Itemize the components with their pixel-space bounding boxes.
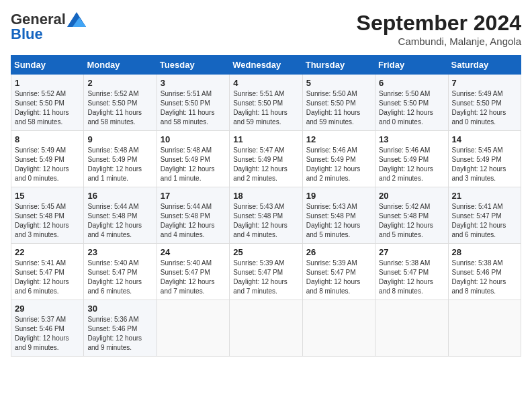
month-year-title: September 2024 xyxy=(357,11,521,36)
day-number: 11 xyxy=(233,134,298,144)
calendar-cell: 3 Sunrise: 5:51 AM Sunset: 5:50 PM Dayli… xyxy=(157,75,229,131)
day-info: Sunrise: 5:36 AM Sunset: 5:46 PM Dayligh… xyxy=(87,315,152,353)
calendar-cell: 14 Sunrise: 5:45 AM Sunset: 5:49 PM Dayl… xyxy=(448,131,521,187)
day-info: Sunrise: 5:51 AM Sunset: 5:50 PM Dayligh… xyxy=(233,89,298,127)
day-info: Sunrise: 5:40 AM Sunset: 5:47 PM Dayligh… xyxy=(161,259,226,296)
calendar-cell: 7 Sunrise: 5:49 AM Sunset: 5:50 PM Dayli… xyxy=(448,75,521,131)
calendar-cell: 4 Sunrise: 5:51 AM Sunset: 5:50 PM Dayli… xyxy=(230,75,302,131)
calendar-cell: 27 Sunrise: 5:38 AM Sunset: 5:47 PM Dayl… xyxy=(375,244,448,300)
day-info: Sunrise: 5:45 AM Sunset: 5:48 PM Dayligh… xyxy=(15,202,80,240)
day-info: Sunrise: 5:46 AM Sunset: 5:49 PM Dayligh… xyxy=(306,146,371,183)
col-saturday: Saturday xyxy=(448,56,521,75)
day-number: 17 xyxy=(161,191,226,201)
page-header: General Blue September 2024 Cambundi, Ma… xyxy=(11,11,521,47)
day-number: 3 xyxy=(161,78,226,88)
day-info: Sunrise: 5:39 AM Sunset: 5:47 PM Dayligh… xyxy=(306,259,371,296)
day-number: 5 xyxy=(306,78,371,88)
col-thursday: Thursday xyxy=(302,56,375,75)
logo-icon xyxy=(67,12,86,27)
calendar-cell: 22 Sunrise: 5:41 AM Sunset: 5:47 PM Dayl… xyxy=(11,244,84,300)
day-number: 13 xyxy=(379,134,444,144)
day-info: Sunrise: 5:48 AM Sunset: 5:49 PM Dayligh… xyxy=(87,146,152,183)
calendar-week-1: 1 Sunrise: 5:52 AM Sunset: 5:50 PM Dayli… xyxy=(11,75,521,131)
day-info: Sunrise: 5:51 AM Sunset: 5:50 PM Dayligh… xyxy=(161,89,226,127)
day-info: Sunrise: 5:43 AM Sunset: 5:48 PM Dayligh… xyxy=(306,202,371,240)
day-number: 21 xyxy=(452,191,517,201)
calendar-cell xyxy=(302,300,375,357)
day-info: Sunrise: 5:43 AM Sunset: 5:48 PM Dayligh… xyxy=(233,202,298,240)
day-number: 10 xyxy=(161,134,226,144)
day-number: 7 xyxy=(452,78,517,88)
col-friday: Friday xyxy=(375,56,448,75)
calendar-cell: 21 Sunrise: 5:41 AM Sunset: 5:47 PM Dayl… xyxy=(448,187,521,244)
day-number: 22 xyxy=(15,247,80,257)
day-number: 24 xyxy=(161,247,226,257)
day-info: Sunrise: 5:48 AM Sunset: 5:49 PM Dayligh… xyxy=(161,146,226,183)
location-subtitle: Cambundi, Malanje, Angola xyxy=(357,36,521,47)
day-number: 8 xyxy=(15,134,80,144)
calendar-cell: 12 Sunrise: 5:46 AM Sunset: 5:49 PM Dayl… xyxy=(302,131,375,187)
day-info: Sunrise: 5:50 AM Sunset: 5:50 PM Dayligh… xyxy=(306,89,371,127)
day-info: Sunrise: 5:38 AM Sunset: 5:47 PM Dayligh… xyxy=(379,259,444,296)
day-number: 25 xyxy=(233,247,298,257)
calendar-cell: 15 Sunrise: 5:45 AM Sunset: 5:48 PM Dayl… xyxy=(11,187,84,244)
day-number: 23 xyxy=(87,247,152,257)
day-number: 27 xyxy=(379,247,444,257)
calendar-cell: 9 Sunrise: 5:48 AM Sunset: 5:49 PM Dayli… xyxy=(84,131,157,187)
calendar-week-4: 22 Sunrise: 5:41 AM Sunset: 5:47 PM Dayl… xyxy=(11,244,521,300)
day-info: Sunrise: 5:45 AM Sunset: 5:49 PM Dayligh… xyxy=(452,146,517,183)
logo: General Blue xyxy=(11,11,86,43)
calendar-cell: 18 Sunrise: 5:43 AM Sunset: 5:48 PM Dayl… xyxy=(230,187,302,244)
day-info: Sunrise: 5:41 AM Sunset: 5:47 PM Dayligh… xyxy=(452,202,517,240)
calendar-cell: 19 Sunrise: 5:43 AM Sunset: 5:48 PM Dayl… xyxy=(302,187,375,244)
calendar-cell: 26 Sunrise: 5:39 AM Sunset: 5:47 PM Dayl… xyxy=(302,244,375,300)
calendar-body: 1 Sunrise: 5:52 AM Sunset: 5:50 PM Dayli… xyxy=(11,75,521,357)
calendar-cell: 17 Sunrise: 5:44 AM Sunset: 5:48 PM Dayl… xyxy=(157,187,229,244)
calendar-cell: 25 Sunrise: 5:39 AM Sunset: 5:47 PM Dayl… xyxy=(230,244,302,300)
day-number: 4 xyxy=(233,78,298,88)
calendar-cell: 23 Sunrise: 5:40 AM Sunset: 5:47 PM Dayl… xyxy=(84,244,157,300)
day-number: 16 xyxy=(87,191,152,201)
day-number: 6 xyxy=(379,78,444,88)
calendar-cell: 5 Sunrise: 5:50 AM Sunset: 5:50 PM Dayli… xyxy=(302,75,375,131)
calendar-cell: 1 Sunrise: 5:52 AM Sunset: 5:50 PM Dayli… xyxy=(11,75,84,131)
day-number: 18 xyxy=(233,191,298,201)
day-number: 14 xyxy=(452,134,517,144)
calendar-cell xyxy=(157,300,229,357)
day-info: Sunrise: 5:52 AM Sunset: 5:50 PM Dayligh… xyxy=(15,89,80,127)
calendar-cell xyxy=(230,300,302,357)
calendar-header-row: Sunday Monday Tuesday Wednesday Thursday… xyxy=(11,56,521,75)
calendar-cell: 6 Sunrise: 5:50 AM Sunset: 5:50 PM Dayli… xyxy=(375,75,448,131)
day-number: 9 xyxy=(87,134,152,144)
day-info: Sunrise: 5:52 AM Sunset: 5:50 PM Dayligh… xyxy=(87,89,152,127)
calendar-cell: 8 Sunrise: 5:49 AM Sunset: 5:49 PM Dayli… xyxy=(11,131,84,187)
day-number: 15 xyxy=(15,191,80,201)
calendar-cell: 13 Sunrise: 5:46 AM Sunset: 5:49 PM Dayl… xyxy=(375,131,448,187)
day-number: 28 xyxy=(452,247,517,257)
day-number: 2 xyxy=(87,78,152,88)
day-number: 12 xyxy=(306,134,371,144)
day-number: 20 xyxy=(379,191,444,201)
calendar-week-2: 8 Sunrise: 5:49 AM Sunset: 5:49 PM Dayli… xyxy=(11,131,521,187)
day-info: Sunrise: 5:49 AM Sunset: 5:50 PM Dayligh… xyxy=(452,89,517,127)
day-info: Sunrise: 5:38 AM Sunset: 5:46 PM Dayligh… xyxy=(452,259,517,296)
calendar-cell: 28 Sunrise: 5:38 AM Sunset: 5:46 PM Dayl… xyxy=(448,244,521,300)
calendar-cell xyxy=(375,300,448,357)
day-info: Sunrise: 5:49 AM Sunset: 5:49 PM Dayligh… xyxy=(15,146,80,183)
day-info: Sunrise: 5:47 AM Sunset: 5:49 PM Dayligh… xyxy=(233,146,298,183)
day-info: Sunrise: 5:39 AM Sunset: 5:47 PM Dayligh… xyxy=(233,259,298,296)
day-info: Sunrise: 5:40 AM Sunset: 5:47 PM Dayligh… xyxy=(87,259,152,296)
day-info: Sunrise: 5:42 AM Sunset: 5:48 PM Dayligh… xyxy=(379,202,444,240)
day-info: Sunrise: 5:50 AM Sunset: 5:50 PM Dayligh… xyxy=(379,89,444,127)
col-tuesday: Tuesday xyxy=(157,56,229,75)
calendar-table: Sunday Monday Tuesday Wednesday Thursday… xyxy=(11,55,521,357)
col-monday: Monday xyxy=(84,56,157,75)
calendar-cell: 24 Sunrise: 5:40 AM Sunset: 5:47 PM Dayl… xyxy=(157,244,229,300)
calendar-cell: 29 Sunrise: 5:37 AM Sunset: 5:46 PM Dayl… xyxy=(11,300,84,357)
day-info: Sunrise: 5:44 AM Sunset: 5:48 PM Dayligh… xyxy=(87,202,152,240)
col-sunday: Sunday xyxy=(11,56,84,75)
calendar-cell: 20 Sunrise: 5:42 AM Sunset: 5:48 PM Dayl… xyxy=(375,187,448,244)
calendar-cell xyxy=(448,300,521,357)
calendar-cell: 16 Sunrise: 5:44 AM Sunset: 5:48 PM Dayl… xyxy=(84,187,157,244)
day-info: Sunrise: 5:37 AM Sunset: 5:46 PM Dayligh… xyxy=(15,315,80,353)
